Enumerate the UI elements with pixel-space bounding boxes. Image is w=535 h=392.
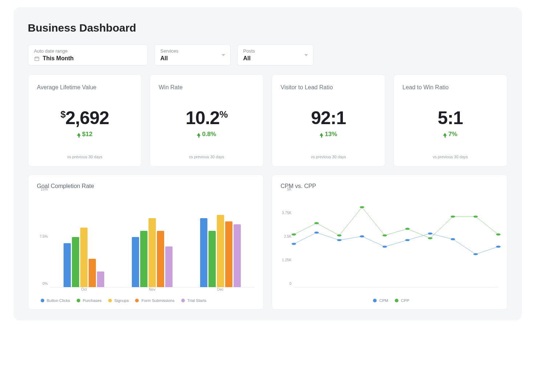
line-point [314, 232, 319, 234]
goal-completion-chart: Goal Completion Rate 0%7.5%15%OctNovDec … [28, 175, 264, 310]
arrow-up-icon [320, 133, 323, 136]
y-tick-label: 0% [42, 282, 48, 286]
kpi-title: Win Rate [159, 84, 255, 91]
cpm-cpp-chart: CPM vs. CPP 01.25K2.5K3.75K5K CPMCPP [272, 175, 507, 310]
charts-row: Goal Completion Rate 0%7.5%15%OctNovDec … [28, 175, 507, 310]
bar [217, 215, 224, 287]
bar [97, 271, 104, 287]
legend-item: Form Submissions [135, 298, 174, 303]
legend-dot-icon [181, 299, 185, 302]
legend-dot-icon [41, 299, 44, 302]
date-range-filter[interactable]: Auto date range This Month [28, 44, 148, 66]
bar [89, 259, 96, 287]
kpi-note: vs previous 30 days [402, 155, 498, 159]
line-series [294, 233, 498, 254]
line-point [405, 228, 409, 230]
bar [72, 237, 79, 287]
line-point [291, 233, 296, 236]
legend-dot-icon [108, 299, 112, 302]
kpi-value: 92:1 [281, 107, 377, 128]
legend-item: CPM [373, 298, 388, 303]
kpi-value: 10.2% [159, 107, 255, 128]
bar [80, 228, 88, 287]
kpi-card: Lead to Win Ratio 5:1 7% vs previous 30 … [393, 74, 507, 167]
y-tick-label: 3.75K [282, 211, 291, 215]
line-chart-legend: CPMCPP [281, 298, 498, 303]
bar [149, 218, 156, 287]
legend-item: Button Clicks [41, 298, 70, 303]
kpi-note: vs previous 30 days [37, 155, 133, 159]
line-point [473, 216, 478, 218]
bar [132, 237, 139, 287]
kpi-delta: 7% [402, 131, 498, 138]
line-point [450, 216, 455, 218]
bar [234, 224, 241, 287]
legend-item: Purchases [77, 298, 102, 303]
y-tick-label: 0 [289, 282, 292, 286]
page-title: Business Dashboard [28, 22, 507, 34]
bar-group [50, 193, 118, 287]
posts-filter[interactable]: Posts All [237, 44, 313, 66]
bar-group [118, 193, 186, 287]
legend-dot-icon [395, 299, 398, 302]
line-point [428, 233, 432, 235]
legend-item: Trial Starts [181, 298, 207, 303]
line-point [360, 206, 364, 208]
kpi-note: vs previous 30 days [281, 155, 377, 159]
bar [64, 243, 71, 287]
calendar-icon [34, 56, 40, 61]
bar [157, 231, 164, 287]
x-tick-label: Oct [50, 287, 118, 295]
chart-title: Goal Completion Rate [37, 183, 255, 189]
bar-chart-plot: 0%7.5%15%OctNovDec [50, 193, 255, 295]
x-tick-label: Nov [118, 287, 186, 295]
y-tick-label: 7.5% [40, 234, 48, 238]
legend-item: CPP [395, 298, 409, 303]
chevron-down-icon [222, 54, 225, 56]
legend-dot-icon [373, 299, 377, 302]
line-point [314, 222, 319, 224]
line-point [291, 243, 296, 245]
kpi-value: 5:1 [402, 107, 498, 128]
posts-value: All [243, 55, 307, 62]
bar-chart-legend: Button ClicksPurchasesSignupsForm Submis… [37, 298, 255, 303]
bar-group [186, 193, 255, 287]
x-tick-label: Dec [186, 287, 255, 295]
kpi-note: vs previous 30 days [159, 155, 255, 159]
y-tick-label: 1.25K [282, 258, 291, 262]
kpi-row: Average Lifetime Value $2,692 $12 vs pre… [28, 74, 507, 167]
arrow-up-icon [77, 133, 81, 136]
y-tick-label: 15% [40, 187, 48, 191]
kpi-card: Visitor to Lead Ratio 92:1 13% vs previo… [272, 74, 386, 167]
y-tick-label: 2.5K [284, 234, 292, 238]
bar [225, 221, 232, 287]
line-point [382, 246, 387, 248]
kpi-title: Average Lifetime Value [37, 84, 133, 91]
y-tick-label: 5K [287, 187, 291, 191]
legend-dot-icon [77, 299, 80, 302]
legend-dot-icon [135, 299, 139, 302]
bar [200, 218, 207, 287]
arrow-up-icon [197, 133, 200, 136]
line-point [382, 234, 387, 237]
line-point [473, 253, 478, 256]
line-point [496, 246, 500, 248]
date-range-value: This Month [43, 55, 74, 62]
line-point [496, 233, 500, 236]
services-label: Services [161, 48, 224, 54]
line-point [360, 235, 364, 237]
line-point [428, 237, 432, 239]
line-chart-plot: 01.25K2.5K3.75K5K [294, 193, 498, 295]
line-point [337, 234, 341, 237]
arrow-up-icon [443, 133, 447, 136]
line-series [294, 207, 498, 238]
chart-title: CPM vs. CPP [281, 183, 498, 189]
services-filter[interactable]: Services All [154, 44, 231, 66]
kpi-delta: 13% [281, 131, 377, 138]
svg-rect-0 [35, 57, 39, 61]
kpi-card: Win Rate 10.2% 0.8% vs previous 30 days [150, 74, 264, 167]
bar [208, 231, 216, 287]
bar [140, 231, 147, 287]
date-range-label: Auto date range [34, 48, 142, 54]
chevron-down-icon [304, 54, 308, 56]
